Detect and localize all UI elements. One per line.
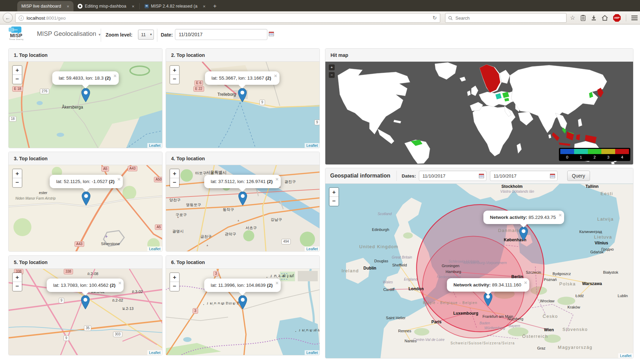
menu-hamburger-icon[interactable] [631, 16, 638, 20]
popup-close-icon[interactable]: × [275, 176, 278, 182]
map-marker[interactable] [238, 88, 247, 102]
tab-misp-release[interactable]: MISP 2.4.82 released (a × [140, 1, 210, 11]
map-label: ester [39, 191, 47, 195]
popup-close-icon[interactable]: × [274, 73, 277, 79]
leaflet-map-5[interactable]: 338 338 9 35 303 9 ถ.2-08 กม. 6 ตต.2-02 … [9, 269, 162, 355]
road-badge: E 22 [194, 86, 204, 92]
leaflet-map-4[interactable]: 서울특별시 마포구 광진구 양천구 영등포구 동작구 서초구 강남구 관악구 광… [166, 165, 319, 251]
legend-color [588, 149, 602, 154]
legend-value: 1 [574, 154, 588, 160]
zoom-out-button[interactable]: − [329, 72, 335, 78]
geospatial-map[interactable]: Stockholm Tallinn Eesti Västra Götalands… [325, 184, 633, 358]
bookmark-star-icon[interactable]: ☆ [570, 13, 575, 23]
adblock-plus-icon[interactable]: ABP [613, 14, 621, 22]
calendar-icon[interactable] [479, 173, 484, 180]
map-marker[interactable] [238, 192, 247, 206]
leaflet-attribution[interactable]: Leaflet [147, 143, 162, 148]
calendar-icon[interactable] [550, 173, 555, 180]
road-badge: E 18 [12, 86, 23, 92]
zoom-out-button[interactable]: − [329, 197, 338, 206]
zoom-in-button[interactable]: + [13, 273, 22, 282]
leaflet-map-1[interactable]: Åkersberga E 18 276 18 +− lat: 59.4833, … [9, 62, 162, 148]
popup-close-icon[interactable]: × [117, 176, 120, 182]
map-marker[interactable] [238, 295, 247, 310]
query-button[interactable]: Query [567, 171, 590, 181]
back-button[interactable]: ← [3, 13, 13, 23]
reload-icon[interactable]: ↻ [432, 15, 437, 21]
hit-map-legend: 0 1 2 3 4 [559, 148, 630, 161]
downloads-icon[interactable] [591, 15, 597, 21]
map-marker[interactable] [81, 88, 90, 102]
zoom-in-button[interactable]: + [170, 169, 179, 178]
leaflet-attribution[interactable]: Leaflet [305, 350, 319, 355]
popup-close-icon[interactable]: × [275, 280, 278, 286]
road-badge: A50 [154, 177, 162, 182]
url-bar[interactable]: i localhost:8001/geo ↻ [15, 13, 440, 23]
zoom-out-button[interactable]: − [170, 282, 179, 291]
misp-logo-icon: ••• [11, 27, 21, 33]
hit-map[interactable]: + − 0 1 2 3 4 [325, 62, 633, 164]
search-input[interactable] [455, 15, 563, 21]
zoom-in-button[interactable]: + [329, 64, 335, 70]
zoom-in-button[interactable]: + [170, 66, 179, 75]
zoom-out-button[interactable]: − [13, 178, 22, 187]
tab-close-icon[interactable]: × [67, 4, 69, 9]
logo-subtitle: Threat Sharing [6, 38, 26, 40]
map-label: Åkersberga [62, 105, 83, 110]
zoom-control: +− [12, 169, 22, 188]
popup-close-icon[interactable]: × [118, 280, 121, 286]
tab-misp-dashboard[interactable]: MISP live dashboard × [17, 1, 73, 11]
zoom-in-button[interactable]: + [170, 273, 179, 282]
leaflet-attribution[interactable]: Leaflet [147, 246, 162, 251]
select-caret-icon: ▾ [150, 32, 152, 36]
zoom-out-button[interactable]: − [170, 178, 179, 187]
page-info-icon[interactable]: i [19, 16, 24, 21]
search-bar[interactable] [445, 13, 567, 23]
map-marker[interactable] [81, 295, 90, 310]
leaflet-map-2[interactable]: Trelleborg E 6 E 22 9 9 +− lat: 55.3667,… [166, 62, 319, 148]
popup-close-icon[interactable]: × [114, 73, 117, 79]
map-label: Tallinn [585, 184, 599, 189]
map-label: ถ.3-02 [132, 289, 143, 295]
map-label: Great Britain [392, 255, 412, 259]
map-popup: lat: 37.5112, lon: 126.9741(2) × [204, 175, 281, 188]
date-from-input[interactable] [419, 171, 486, 181]
road-badge: 494 [282, 239, 291, 244]
map-marker[interactable] [519, 227, 528, 241]
browser-tab-bar: MISP live dashboard × Editing misp-dashb… [0, 0, 640, 11]
site-header: ••• MISP Threat Sharing MISP Geolocalisa… [0, 24, 640, 46]
leaflet-attribution[interactable]: Leaflet [147, 350, 162, 355]
tab-close-icon[interactable]: × [132, 4, 135, 9]
panel-title: Hit map [325, 49, 633, 62]
zoom-in-button[interactable]: + [13, 169, 22, 178]
zoom-out-button[interactable]: − [13, 282, 22, 291]
map-label: ស្រុកស្អាង [298, 328, 319, 332]
nav-dropdown-misp-geolocalisation[interactable]: MISP Geolocalisation▾ [37, 30, 100, 38]
bookmarks-library-icon[interactable] [580, 15, 586, 21]
zoom-out-button[interactable]: − [13, 75, 22, 84]
zoom-out-button[interactable]: − [170, 75, 179, 84]
popup-close-icon[interactable]: × [524, 280, 527, 285]
map-label: Rennes [398, 329, 411, 333]
leaflet-map-6[interactable]: ក្រុងតាខ្មៅ ស្រុកកណ្ដាលស្ទឹង ស្រុកស្អាង … [166, 269, 319, 355]
calendar-icon[interactable] [269, 31, 274, 38]
popup-close-icon[interactable]: × [559, 212, 562, 218]
leaflet-attribution[interactable]: Leaflet [305, 246, 319, 251]
tab-close-icon[interactable]: × [203, 4, 206, 9]
zoom-level-select[interactable]: 11▾ [138, 30, 154, 40]
map-marker[interactable] [82, 192, 90, 206]
panel-title: 1. Top location [9, 49, 162, 62]
date-input[interactable] [175, 29, 267, 40]
leaflet-map-3[interactable]: Niden Manor Farm Airstrip Silverstone es… [9, 165, 162, 251]
tab-github[interactable]: Editing misp-dashboa × [73, 1, 139, 11]
date-to-input[interactable] [490, 171, 558, 181]
zoom-in-button[interactable]: + [13, 66, 22, 75]
zoom-in-button[interactable]: + [329, 188, 338, 197]
leaflet-attribution[interactable]: Leaflet [618, 353, 633, 358]
panel-top-location-2: 2. Top location Trelleborg E 6 E 22 9 9 … [166, 48, 320, 148]
panel-top-location-5: 5. Top location 338 338 9 35 303 9 ถ.2-0… [8, 255, 163, 355]
new-tab-button[interactable]: + [213, 3, 217, 10]
map-label: Graz [537, 346, 545, 350]
leaflet-attribution[interactable]: Leaflet [305, 143, 319, 148]
home-icon[interactable] [602, 15, 608, 21]
